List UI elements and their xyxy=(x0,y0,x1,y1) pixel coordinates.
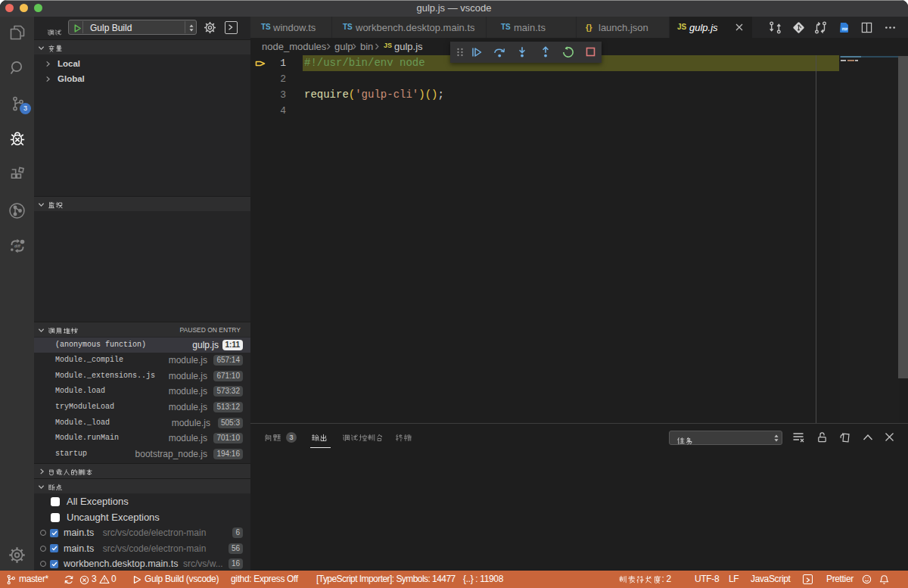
svg-text:PDF: PDF xyxy=(842,28,848,31)
svg-text:diff: diff xyxy=(14,244,21,248)
